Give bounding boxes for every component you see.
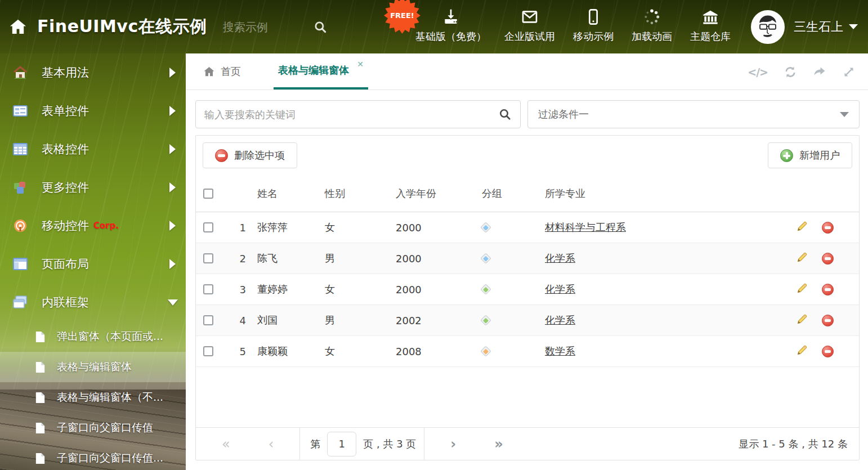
keyword-search-box[interactable] xyxy=(195,100,521,128)
row-checkbox[interactable] xyxy=(203,315,213,325)
home-icon[interactable] xyxy=(8,17,28,37)
expand-icon[interactable] xyxy=(842,65,856,79)
cell-major: 数学系 xyxy=(543,344,796,358)
cell-name: 刘国 xyxy=(253,314,325,327)
row-checkbox[interactable] xyxy=(203,346,213,356)
major-link[interactable]: 化学系 xyxy=(545,283,575,295)
first-page-button[interactable]: « xyxy=(218,437,234,451)
tab-toolbar: </> xyxy=(748,53,856,90)
column-major: 所学专业 xyxy=(543,187,796,200)
table-row: 3 董婷婷 女 2000 化学系 xyxy=(196,274,859,305)
sidebar-subitem-grid-edit-window[interactable]: 表格与编辑窗体 xyxy=(0,352,186,382)
sidebar-item-mobile-controls[interactable]: 移动控件 Corp. xyxy=(0,207,186,245)
close-icon[interactable]: ✕ xyxy=(357,60,364,68)
chevron-down-icon xyxy=(840,112,849,117)
edit-pencil-icon[interactable] xyxy=(796,313,822,328)
cubes-icon xyxy=(12,180,28,195)
last-page-button[interactable]: » xyxy=(491,437,507,451)
sidebar-item-grid-controls[interactable]: 表格控件 xyxy=(0,130,186,168)
cell-name: 陈飞 xyxy=(253,252,325,265)
chevron-right-icon xyxy=(169,106,176,116)
sidebar-subitem-grid-edit-window-2[interactable]: 表格与编辑窗体（不... xyxy=(0,382,186,413)
search-icon[interactable] xyxy=(313,20,328,34)
corp-badge: Corp. xyxy=(93,221,119,231)
share-forward-icon[interactable] xyxy=(813,65,826,79)
pagination-bar: « ‹ 第 页 , 共 3 页 › » 显示 1 - 5 条 , 共 12 条 xyxy=(196,427,859,460)
next-page-button[interactable]: › xyxy=(447,437,459,451)
pagination-summary: 显示 1 - 5 条 , 共 12 条 xyxy=(739,437,848,451)
sidebar-item-page-layout[interactable]: 页面布局 xyxy=(0,245,186,283)
nav-item-basic-edition[interactable]: 基础版（免费） xyxy=(406,8,495,43)
sidebar-item-form-controls[interactable]: 表单控件 xyxy=(0,92,186,130)
header-search-input[interactable] xyxy=(223,20,313,34)
select-all-checkbox[interactable] xyxy=(203,189,213,199)
tab-home[interactable]: 首页 xyxy=(203,53,241,89)
nav-label: 主题仓库 xyxy=(690,30,731,43)
cell-gender: 女 xyxy=(325,221,392,234)
prev-page-button[interactable]: ‹ xyxy=(265,437,278,451)
page-number-input[interactable] xyxy=(327,432,356,456)
header-search[interactable] xyxy=(223,20,346,34)
sidebar-item-label: 移动控件 xyxy=(42,218,89,234)
row-checkbox[interactable] xyxy=(203,284,213,294)
nav-item-enterprise-trial[interactable]: 企业版试用 xyxy=(495,8,564,43)
row-checkbox[interactable] xyxy=(203,253,213,263)
refresh-icon[interactable] xyxy=(784,65,797,79)
edit-pencil-icon[interactable] xyxy=(796,251,822,266)
sidebar-subitem-label: 表格与编辑窗体 xyxy=(57,360,132,374)
source-code-icon[interactable]: </> xyxy=(748,66,768,78)
nav-item-loading-animation[interactable]: 加载动画 xyxy=(623,8,681,43)
sidebar-item-label: 更多控件 xyxy=(42,180,89,195)
row-index: 5 xyxy=(229,346,253,357)
major-link[interactable]: 化学系 xyxy=(545,252,575,264)
major-link[interactable]: 数学系 xyxy=(545,345,575,357)
major-link[interactable]: 材料科学与工程系 xyxy=(545,221,626,233)
sidebar-subitem-child-to-parent-2[interactable]: 子窗口向父窗口传值... xyxy=(0,443,186,470)
cell-year: 2002 xyxy=(392,315,474,326)
edit-pencil-icon[interactable] xyxy=(796,220,822,235)
nav-label: 企业版试用 xyxy=(504,30,555,43)
cell-major: 化学系 xyxy=(543,314,796,327)
page-label-prefix: 第 xyxy=(310,437,320,451)
nav-item-mobile-demo[interactable]: 移动示例 xyxy=(564,8,623,43)
sidebar-item-inline-frame[interactable]: 内联框架 xyxy=(0,283,186,321)
column-name: 姓名 xyxy=(253,187,325,200)
delete-row-icon[interactable] xyxy=(822,284,834,296)
delete-selected-button[interactable]: 删除选中项 xyxy=(203,142,297,168)
chevron-down-icon xyxy=(168,299,178,306)
add-user-button[interactable]: 新增用户 xyxy=(768,142,852,168)
filter-dropdown[interactable]: 过滤条件一 xyxy=(527,100,860,128)
chevron-right-icon xyxy=(169,221,176,231)
sidebar-item-basic-usage[interactable]: 基本用法 xyxy=(0,53,186,92)
major-link[interactable]: 化学系 xyxy=(545,314,575,326)
nav-item-theme-store[interactable]: 主题仓库 xyxy=(681,8,740,43)
delete-row-icon[interactable] xyxy=(822,315,834,326)
user-menu[interactable]: 三生石上 xyxy=(751,0,858,53)
main-content: 首页 表格与编辑窗体 ✕ </> xyxy=(186,53,868,470)
tag-icon xyxy=(474,223,543,231)
keyword-search-input[interactable] xyxy=(204,109,498,120)
row-index: 2 xyxy=(229,253,253,265)
page-icon xyxy=(34,361,47,374)
sidebar-subitem-popup-window[interactable]: 弹出窗体（本页面或... xyxy=(0,321,186,352)
sidebar-item-more-controls[interactable]: 更多控件 xyxy=(0,168,186,207)
sidebar-subitem-child-to-parent[interactable]: 子窗口向父窗口传值 xyxy=(0,413,186,443)
avatar[interactable] xyxy=(751,10,785,44)
tab-grid-edit-window[interactable]: 表格与编辑窗体 ✕ xyxy=(274,53,368,89)
sidebar-subitem-label: 子窗口向父窗口传值 xyxy=(57,420,153,435)
row-index: 1 xyxy=(229,222,253,234)
sidebar-subitem-label: 表格与编辑窗体（不... xyxy=(57,390,163,405)
cell-gender: 女 xyxy=(325,283,392,296)
column-gender: 性别 xyxy=(325,187,392,200)
user-name[interactable]: 三生石上 xyxy=(794,19,843,35)
row-checkbox[interactable] xyxy=(203,222,213,232)
search-icon[interactable] xyxy=(498,108,512,121)
edit-pencil-icon[interactable] xyxy=(796,282,822,297)
sidebar-item-label: 内联框架 xyxy=(42,294,89,310)
delete-row-icon[interactable] xyxy=(822,346,834,357)
download-icon xyxy=(442,8,460,26)
delete-row-icon[interactable] xyxy=(822,222,834,234)
delete-row-icon[interactable] xyxy=(822,253,834,265)
row-index: 3 xyxy=(229,284,253,296)
edit-pencil-icon[interactable] xyxy=(796,344,822,359)
